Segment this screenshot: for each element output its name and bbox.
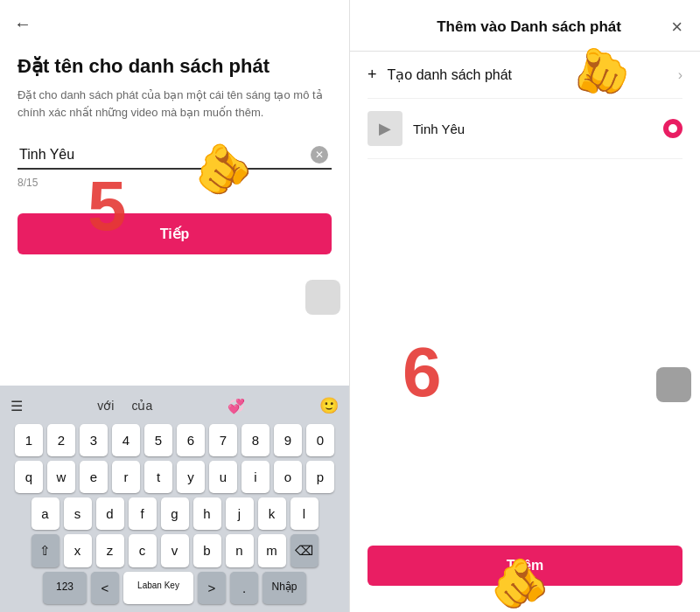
- right-dialog-title: Thêm vào Danh sách phát: [387, 18, 671, 36]
- key-r[interactable]: r: [112, 461, 140, 493]
- key-v[interactable]: v: [161, 534, 189, 567]
- keyboard-suggestions-row: ☰ với của 💞 🙂: [4, 393, 346, 419]
- key-u[interactable]: u: [209, 461, 237, 493]
- keyboard-row-a: a s d f g h j k l: [4, 497, 346, 530]
- right-header: Thêm vào Danh sách phát ×: [350, 0, 700, 52]
- key-enter[interactable]: Nhập: [262, 572, 306, 604]
- key-3[interactable]: 3: [80, 424, 108, 456]
- key-0[interactable]: 0: [306, 424, 334, 456]
- key-t[interactable]: t: [144, 461, 172, 493]
- key-a[interactable]: a: [32, 497, 60, 530]
- key-space[interactable]: Laban Key: [123, 572, 193, 604]
- scroll-indicator-right: [656, 367, 691, 402]
- input-wrapper: ✕: [18, 142, 332, 170]
- back-icon: ←: [14, 14, 32, 33]
- page-title: Đặt tên cho danh sách phát: [18, 55, 332, 78]
- key-d[interactable]: d: [96, 497, 124, 530]
- suggestion-2[interactable]: của: [131, 399, 152, 413]
- keyboard-menu-icon[interactable]: ☰: [10, 398, 23, 414]
- key-arrow-right[interactable]: >: [198, 572, 226, 604]
- input-clear-button[interactable]: ✕: [311, 146, 328, 163]
- playlist-item[interactable]: ▶ Tinh Yêu: [368, 99, 682, 159]
- playlist-item-name: Tinh Yêu: [413, 122, 663, 136]
- key-9[interactable]: 9: [274, 424, 302, 456]
- key-8[interactable]: 8: [242, 424, 270, 456]
- key-i[interactable]: i: [242, 461, 270, 493]
- keyboard: ☰ với của 💞 🙂 1 2 3 4 5 6 7 8 9 0 q w e …: [0, 386, 349, 612]
- key-4[interactable]: 4: [112, 424, 140, 456]
- left-panel: ← Đặt tên cho danh sách phát Đặt cho dan…: [0, 0, 350, 612]
- key-comma[interactable]: <: [91, 572, 119, 604]
- playlist-name-input[interactable]: [18, 142, 332, 168]
- key-m[interactable]: m: [258, 534, 286, 567]
- add-icon: +: [368, 66, 377, 84]
- hand-pointing-icon-left: 🫵: [188, 136, 257, 202]
- key-z[interactable]: z: [96, 534, 124, 567]
- emoji-suggestion[interactable]: 💞: [228, 398, 245, 414]
- key-shift[interactable]: ⇧: [32, 534, 60, 567]
- right-footer: Thêm 🫵: [350, 532, 700, 612]
- key-h[interactable]: h: [193, 497, 221, 530]
- page-subtitle: Đặt cho danh sách phát của bạn một cái t…: [18, 87, 332, 121]
- create-playlist-item[interactable]: + Tạo danh sách phát ›: [368, 52, 682, 99]
- key-c[interactable]: c: [129, 534, 157, 567]
- key-l[interactable]: l: [290, 497, 318, 530]
- key-numbers-switch[interactable]: 123: [43, 572, 87, 604]
- keyboard-row-numbers: 1 2 3 4 5 6 7 8 9 0: [4, 424, 346, 456]
- key-e[interactable]: e: [80, 461, 108, 493]
- key-5[interactable]: 5: [144, 424, 172, 456]
- right-list: + Tạo danh sách phát › ▶ Tinh Yêu: [350, 52, 700, 532]
- tiep-button[interactable]: Tiếp: [18, 213, 332, 254]
- keyboard-row-q: q w e r t y u i o p: [4, 461, 346, 493]
- chevron-right-icon: ›: [678, 67, 682, 83]
- close-button[interactable]: ×: [671, 17, 682, 37]
- key-period[interactable]: .: [230, 572, 258, 604]
- keyboard-bottom-row: 123 < Laban Key > . Nhập: [4, 572, 346, 604]
- step-number-left: 5: [88, 166, 127, 247]
- key-o[interactable]: o: [274, 461, 302, 493]
- step-number-right: 6: [402, 332, 442, 413]
- scroll-indicator-left: [305, 280, 340, 315]
- key-s[interactable]: s: [64, 497, 92, 530]
- key-b[interactable]: b: [193, 534, 221, 567]
- keyboard-suggestions: với của: [97, 399, 152, 413]
- key-f[interactable]: f: [129, 497, 157, 530]
- key-n[interactable]: n: [226, 534, 254, 567]
- key-w[interactable]: w: [47, 461, 75, 493]
- key-2[interactable]: 2: [47, 424, 75, 456]
- radio-inner: [668, 124, 677, 133]
- suggestion-1[interactable]: với: [97, 399, 114, 413]
- right-panel: Thêm vào Danh sách phát × + Tạo danh sác…: [350, 0, 700, 612]
- key-x[interactable]: x: [64, 534, 92, 567]
- key-g[interactable]: g: [161, 497, 189, 530]
- key-7[interactable]: 7: [209, 424, 237, 456]
- back-button[interactable]: ←: [0, 0, 349, 41]
- key-6[interactable]: 6: [177, 424, 205, 456]
- key-backspace[interactable]: ⌫: [290, 534, 318, 567]
- hand-pointing-icon-bottom: 🫵: [490, 555, 550, 612]
- key-j[interactable]: j: [226, 497, 254, 530]
- key-k[interactable]: k: [258, 497, 286, 530]
- playlist-radio-button[interactable]: [663, 119, 682, 138]
- keyboard-row-z: ⇧ x z c v b n m ⌫: [4, 534, 346, 567]
- key-q[interactable]: q: [15, 461, 43, 493]
- key-y[interactable]: y: [177, 461, 205, 493]
- key-1[interactable]: 1: [15, 424, 43, 456]
- key-p[interactable]: p: [306, 461, 334, 493]
- smiley-icon[interactable]: 🙂: [319, 396, 339, 415]
- char-count: 8/15: [18, 177, 332, 189]
- playlist-thumbnail: ▶: [368, 111, 402, 146]
